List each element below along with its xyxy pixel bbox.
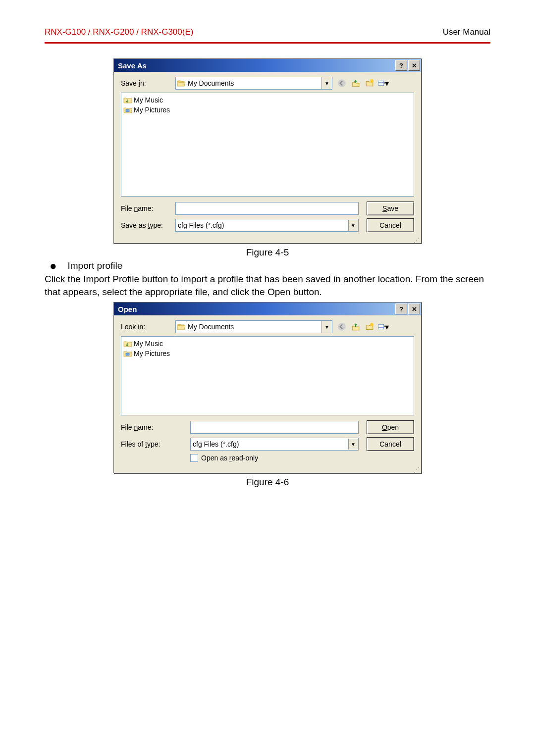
list-item[interactable]: My Pictures bbox=[123, 105, 412, 115]
save-as-title: Save As bbox=[118, 61, 147, 70]
save-in-folder-name: My Documents bbox=[188, 79, 234, 87]
save-type-label: Save as type: bbox=[121, 221, 175, 229]
open-filename-input[interactable] bbox=[190, 421, 359, 434]
cancel-button[interactable]: Cancel bbox=[367, 437, 414, 451]
files-of-type-label: Files of type: bbox=[121, 440, 190, 448]
resize-grip-icon[interactable]: ⋰ bbox=[114, 468, 421, 473]
pictures-folder-icon bbox=[123, 106, 132, 113]
open-titlebar: Open ? ✕ bbox=[114, 302, 421, 315]
save-type-dropdown[interactable]: cfg Files (*.cfg) ▼ bbox=[175, 219, 359, 232]
views-icon[interactable]: ▾ bbox=[378, 78, 389, 89]
figure-4-5-caption: Figure 4-5 bbox=[45, 247, 490, 258]
chevron-down-icon[interactable]: ▼ bbox=[348, 439, 358, 450]
readonly-label: Open as read-only bbox=[201, 454, 258, 462]
pictures-folder-icon bbox=[123, 350, 132, 357]
list-item[interactable]: My Music bbox=[123, 339, 412, 349]
save-as-titlebar: Save As ? ✕ bbox=[114, 59, 421, 72]
readonly-checkbox[interactable] bbox=[190, 454, 198, 462]
views-icon[interactable]: ▾ bbox=[378, 321, 389, 332]
help-icon[interactable]: ? bbox=[395, 60, 407, 71]
list-item-label: My Music bbox=[134, 96, 163, 104]
list-item-label: My Pictures bbox=[134, 350, 170, 357]
close-icon[interactable]: ✕ bbox=[408, 60, 420, 71]
music-folder-icon bbox=[123, 97, 132, 103]
save-button[interactable]: Save bbox=[367, 202, 414, 215]
look-in-folder-name: My Documents bbox=[188, 323, 234, 331]
resize-grip-icon[interactable]: ⋰ bbox=[114, 238, 421, 243]
save-in-label: Save in: bbox=[121, 79, 175, 87]
filename-input[interactable] bbox=[175, 202, 359, 215]
up-one-level-icon[interactable] bbox=[350, 321, 361, 332]
header-manual: User Manual bbox=[443, 27, 490, 37]
new-folder-icon[interactable] bbox=[364, 78, 375, 89]
figure-4-6-caption: Figure 4-6 bbox=[45, 477, 490, 488]
files-of-type-value: cfg Files (*.cfg) bbox=[193, 440, 239, 448]
header-rule bbox=[45, 42, 490, 44]
chevron-down-icon[interactable]: ▼ bbox=[322, 320, 332, 333]
header-models: RNX-G100 / RNX-G200 / RNX-G300(E) bbox=[45, 27, 193, 37]
look-in-label: Look in: bbox=[121, 323, 175, 331]
folder-open-icon bbox=[177, 80, 186, 87]
chevron-down-icon[interactable]: ▼ bbox=[348, 220, 358, 231]
look-in-dropdown[interactable]: My Documents bbox=[175, 320, 322, 333]
cancel-button[interactable]: Cancel bbox=[367, 218, 414, 232]
save-as-dialog: Save As ? ✕ Save in: My Documents ▼ bbox=[113, 58, 422, 244]
save-in-dropdown[interactable]: My Documents bbox=[175, 77, 322, 90]
music-folder-icon bbox=[123, 340, 132, 347]
save-file-listing[interactable]: My Music My Pictures bbox=[121, 93, 414, 197]
list-item-label: My Pictures bbox=[134, 106, 170, 114]
save-type-value: cfg Files (*.cfg) bbox=[178, 221, 224, 229]
list-item[interactable]: My Music bbox=[123, 95, 412, 105]
back-icon[interactable] bbox=[336, 321, 347, 332]
import-profile-paragraph: Click the Import Profile button to impor… bbox=[45, 273, 490, 298]
open-button[interactable]: Open bbox=[367, 420, 414, 434]
open-title: Open bbox=[118, 305, 137, 313]
files-of-type-dropdown[interactable]: cfg Files (*.cfg) ▼ bbox=[190, 438, 359, 451]
open-dialog: Open ? ✕ Look in: My Documents ▼ bbox=[113, 302, 422, 473]
filename-label: File name: bbox=[121, 204, 175, 212]
list-item-label: My Music bbox=[134, 340, 163, 348]
close-icon[interactable]: ✕ bbox=[408, 303, 420, 314]
folder-open-icon bbox=[177, 323, 186, 330]
open-filename-label: File name: bbox=[121, 423, 190, 431]
chevron-down-icon[interactable]: ▼ bbox=[322, 77, 332, 90]
bullet-icon: ● bbox=[50, 260, 57, 272]
list-item[interactable]: My Pictures bbox=[123, 349, 412, 358]
new-folder-icon[interactable] bbox=[364, 321, 375, 332]
open-file-listing[interactable]: My Music My Pictures bbox=[121, 336, 414, 415]
help-icon[interactable]: ? bbox=[395, 303, 407, 314]
import-profile-heading: Import profile bbox=[68, 260, 123, 271]
back-icon[interactable] bbox=[336, 78, 347, 89]
up-one-level-icon[interactable] bbox=[350, 78, 361, 89]
